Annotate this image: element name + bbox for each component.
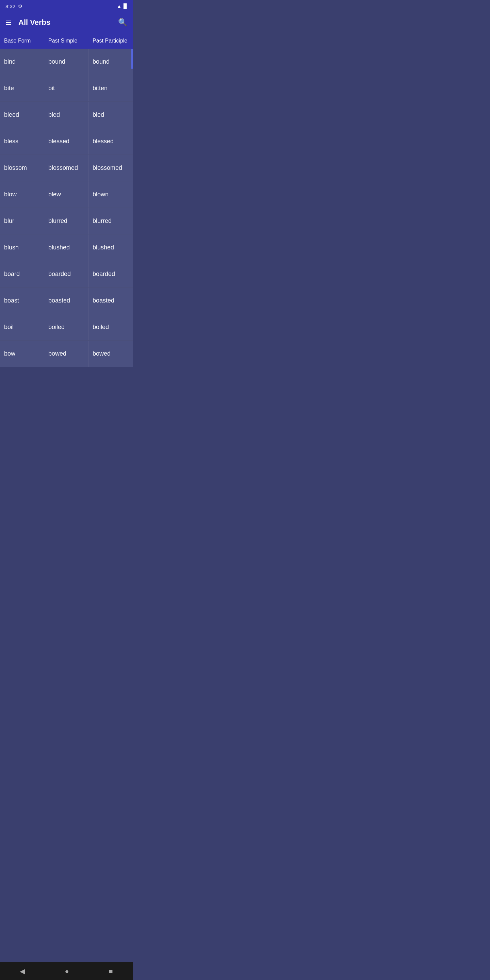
cell-base: board — [0, 261, 44, 287]
cell-base: bow — [0, 340, 44, 367]
table-row[interactable]: blurblurredblurred — [0, 208, 133, 234]
status-bar: 8:32 ⚙ ▲ ▉ — [0, 0, 133, 12]
cell-base: boast — [0, 288, 44, 314]
table-header: Base Form Past Simple Past Participle — [0, 33, 133, 49]
table-row[interactable]: bindboundbound — [0, 49, 133, 75]
cell-past-simple: blushed — [44, 234, 89, 261]
cell-past-simple: blessed — [44, 128, 89, 154]
status-right: ▲ ▉ — [117, 3, 127, 9]
verb-table: bindboundboundbitebitbittenbleedbledbled… — [0, 49, 133, 367]
col-header-past-simple: Past Simple — [44, 33, 89, 49]
cell-past-participle: boarded — [89, 261, 133, 287]
cell-past-participle: blown — [89, 181, 133, 208]
cell-past-participle: boiled — [89, 314, 133, 340]
status-time: 8:32 — [5, 3, 15, 9]
search-icon[interactable]: 🔍 — [118, 18, 127, 27]
cell-base: bless — [0, 128, 44, 154]
cell-past-simple: boasted — [44, 288, 89, 314]
cell-base: bite — [0, 75, 44, 102]
col-header-base: Base Form — [0, 33, 44, 49]
cell-past-participle: blessed — [89, 128, 133, 154]
cell-past-simple: blew — [44, 181, 89, 208]
cell-past-participle: bled — [89, 102, 133, 128]
table-row[interactable]: bowbowedbowed — [0, 340, 133, 367]
cell-past-simple: blossomed — [44, 155, 89, 181]
cell-past-simple: boarded — [44, 261, 89, 287]
table-body: bindboundboundbitebitbittenbleedbledbled… — [0, 49, 133, 367]
cell-past-participle: bound — [89, 49, 133, 75]
scroll-indicator — [131, 49, 133, 69]
cell-past-simple: bit — [44, 75, 89, 102]
battery-icon: ▉ — [124, 3, 127, 9]
cell-base: blossom — [0, 155, 44, 181]
app-bar: ☰ All Verbs 🔍 — [0, 12, 133, 33]
cell-past-simple: boiled — [44, 314, 89, 340]
table-row[interactable]: boilboiledboiled — [0, 314, 133, 340]
cell-past-simple: bled — [44, 102, 89, 128]
table-row[interactable]: bleedbledbled — [0, 102, 133, 128]
cell-past-simple: bowed — [44, 340, 89, 367]
cell-base: blur — [0, 208, 44, 234]
table-row[interactable]: blossomblossomedblossomed — [0, 155, 133, 181]
cell-past-simple: bound — [44, 49, 89, 75]
cell-base: bleed — [0, 102, 44, 128]
status-left: 8:32 ⚙ — [5, 3, 22, 9]
cell-past-participle: bitten — [89, 75, 133, 102]
cell-past-participle: blushed — [89, 234, 133, 261]
gear-icon: ⚙ — [18, 3, 22, 9]
cell-base: bind — [0, 49, 44, 75]
cell-past-simple: blurred — [44, 208, 89, 234]
cell-past-participle: blurred — [89, 208, 133, 234]
menu-icon[interactable]: ☰ — [5, 18, 11, 27]
table-row[interactable]: boardboardedboarded — [0, 261, 133, 288]
table-row[interactable]: blessblessedblessed — [0, 128, 133, 155]
table-row[interactable]: blowblewblown — [0, 181, 133, 208]
cell-base: blow — [0, 181, 44, 208]
table-row[interactable]: boastboastedboasted — [0, 288, 133, 314]
signal-icon: ▲ — [117, 3, 121, 9]
col-header-past-participle: Past Participle — [89, 33, 133, 49]
cell-past-participle: boasted — [89, 288, 133, 314]
table-row[interactable]: bitebitbitten — [0, 75, 133, 102]
cell-past-participle: bowed — [89, 340, 133, 367]
cell-past-participle: blossomed — [89, 155, 133, 181]
cell-base: boil — [0, 314, 44, 340]
cell-base: blush — [0, 234, 44, 261]
app-title: All Verbs — [18, 18, 118, 27]
table-row[interactable]: blushblushedblushed — [0, 234, 133, 261]
